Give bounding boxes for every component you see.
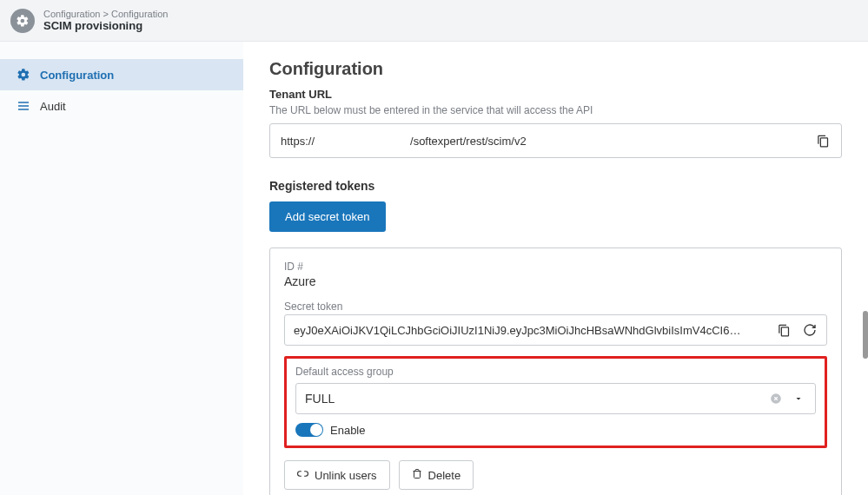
- copy-icon[interactable]: [815, 133, 831, 148]
- secret-token-value: eyJ0eXAiOiJKV1QiLCJhbGciOiJIUzI1NiJ9.eyJ…: [294, 324, 776, 337]
- id-label: ID #: [284, 261, 827, 273]
- copy-icon[interactable]: [776, 322, 792, 338]
- add-secret-token-button[interactable]: Add secret token: [269, 201, 386, 232]
- default-access-group-select[interactable]: FULL: [295, 383, 816, 414]
- token-card: ID # Azure Secret token eyJ0eXAiOiJKV1Qi…: [269, 248, 842, 495]
- secret-token-field: eyJ0eXAiOiJKV1QiLCJhbGciOiJIUzI1NiJ9.eyJ…: [284, 314, 827, 346]
- default-access-group-label: Default access group: [295, 366, 816, 378]
- secret-token-label: Secret token: [284, 300, 827, 313]
- list-icon: [16, 99, 31, 113]
- unlink-users-label: Unlink users: [315, 469, 377, 482]
- unlink-icon: [297, 468, 308, 482]
- delete-label: Delete: [428, 469, 461, 482]
- url-prefix: https://: [281, 135, 315, 148]
- scrollbar[interactable]: [863, 311, 868, 359]
- breadcrumb: Configuration > Configuration: [43, 9, 168, 19]
- id-value: Azure: [284, 274, 827, 288]
- page-header: Configuration > Configuration SCIM provi…: [0, 0, 868, 42]
- tenant-url-label: Tenant URL: [269, 88, 842, 101]
- sidebar-item-label: Audit: [40, 100, 66, 113]
- tenant-url-field: https:///softexpert/rest/scim/v2: [269, 123, 842, 158]
- main-content: Configuration Tenant URL The URL below m…: [243, 42, 868, 495]
- refresh-icon[interactable]: [802, 322, 818, 338]
- trash-icon: [412, 468, 422, 482]
- sidebar-item-label: Configuration: [40, 69, 114, 82]
- enable-toggle-row: Enable: [295, 423, 816, 437]
- section-title: Configuration: [269, 59, 842, 79]
- tenant-url-hint: The URL below must be entered in the ser…: [269, 104, 842, 116]
- page-title: SCIM provisioning: [43, 19, 168, 32]
- url-suffix: /softexpert/rest/scim/v2: [410, 135, 527, 148]
- unlink-users-button[interactable]: Unlink users: [284, 460, 390, 490]
- sidebar-item-configuration[interactable]: Configuration: [0, 59, 243, 90]
- enable-toggle[interactable]: [295, 423, 323, 437]
- enable-label: Enable: [330, 424, 365, 437]
- select-value: FULL: [305, 392, 335, 406]
- delete-button[interactable]: Delete: [399, 460, 474, 490]
- gear-icon: [16, 68, 31, 82]
- tenant-url-value: https:///softexpert/rest/scim/v2: [281, 135, 527, 148]
- gear-icon: [10, 9, 35, 33]
- sidebar: Configuration Audit: [0, 42, 243, 495]
- registered-tokens-label: Registered tokens: [269, 179, 842, 193]
- chevron-down-icon[interactable]: [791, 391, 806, 406]
- sidebar-item-audit[interactable]: Audit: [0, 90, 243, 122]
- clear-icon[interactable]: [768, 391, 784, 406]
- default-access-group-highlight: Default access group FULL Enable: [284, 356, 827, 448]
